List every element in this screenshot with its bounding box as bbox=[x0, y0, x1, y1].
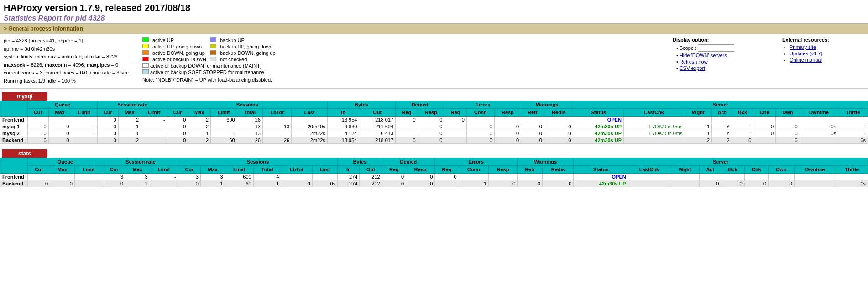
td: 0 bbox=[48, 123, 71, 130]
td: 0 bbox=[406, 173, 435, 180]
td: 0 bbox=[769, 180, 795, 187]
td: - bbox=[211, 123, 237, 130]
external-resources-title: External resources: bbox=[782, 37, 864, 42]
td bbox=[292, 116, 328, 123]
th-warnings2: Warnings bbox=[518, 158, 574, 165]
legend-label: active or backup DOWN bbox=[151, 56, 208, 63]
td bbox=[141, 137, 167, 143]
td: 13 bbox=[237, 130, 262, 137]
legend-label: not checked bbox=[218, 56, 277, 63]
td bbox=[521, 116, 544, 123]
td bbox=[712, 116, 732, 123]
td: 0 bbox=[50, 180, 75, 187]
th-errors2: Errors bbox=[435, 158, 518, 165]
th-sr-max2: Max bbox=[125, 165, 150, 173]
th-bck: Bck bbox=[732, 108, 753, 116]
maint-color bbox=[142, 63, 149, 68]
scope-label: • Scope : bbox=[676, 45, 698, 51]
th-chk: Chk bbox=[753, 108, 776, 116]
updates-item: Updates (v1.7) bbox=[790, 51, 864, 56]
td: 9 830 bbox=[327, 123, 359, 130]
updates-link[interactable]: Updates (v1.7) bbox=[790, 51, 822, 56]
td: 0 bbox=[97, 116, 118, 123]
th-lastchk2: LastChk bbox=[628, 165, 670, 173]
td bbox=[753, 137, 776, 143]
th-s-lbtot2: LbTot bbox=[281, 165, 312, 173]
td bbox=[444, 130, 467, 137]
td bbox=[74, 180, 103, 187]
refresh-now-link[interactable]: Refresh now bbox=[680, 59, 708, 64]
td: 0s bbox=[836, 180, 868, 187]
th-s-max2: Max bbox=[200, 165, 225, 173]
pid-info: pid = 4328 (process #1, nbproc = 1) bbox=[4, 37, 131, 45]
th-lastchk: LastChk bbox=[624, 108, 685, 116]
th-act: Act bbox=[712, 108, 732, 116]
th-s-max: Max bbox=[188, 108, 211, 116]
stats-frontend-status: OPEN bbox=[574, 173, 628, 180]
td: - bbox=[71, 130, 98, 137]
td bbox=[444, 137, 467, 143]
td: - bbox=[838, 130, 868, 137]
th-s-total2: Total bbox=[253, 165, 281, 173]
general-info-panel: pid = 4328 (process #1, nbproc = 1) upti… bbox=[0, 34, 868, 89]
current-conns: current conns = 3; current pipes = 0/0; … bbox=[4, 69, 131, 77]
online-manual-link[interactable]: Online manual bbox=[790, 57, 822, 63]
td: 0 bbox=[466, 130, 494, 137]
th-chk2: Chk bbox=[744, 165, 768, 173]
td: 3 bbox=[125, 173, 150, 180]
th-server: Server bbox=[573, 101, 868, 108]
hide-down-link[interactable]: Hide 'DOWN' servers bbox=[680, 53, 727, 58]
primary-site-link[interactable]: Primary site bbox=[790, 44, 816, 50]
th-queue: Queue bbox=[28, 101, 98, 108]
td: 218 017 bbox=[359, 137, 396, 143]
td: 2 bbox=[118, 116, 141, 123]
td: 0 bbox=[542, 180, 574, 187]
td: 211 604 bbox=[359, 123, 396, 130]
th-server2: Server bbox=[574, 158, 868, 165]
td: 0 bbox=[732, 137, 753, 143]
td: 3 bbox=[178, 173, 200, 180]
scope-input[interactable] bbox=[698, 44, 734, 52]
td: Y bbox=[712, 130, 732, 137]
th-queue2: Queue bbox=[28, 158, 103, 165]
th-sessions2: Sessions bbox=[178, 158, 337, 165]
stats-frontend-row: Frontend 33- 336004 274212 00 0 OPEN bbox=[0, 173, 868, 180]
primary-site-item: Primary site bbox=[790, 44, 864, 50]
td bbox=[776, 116, 800, 123]
th-dwn: Dwn bbox=[776, 108, 800, 116]
td bbox=[262, 116, 291, 123]
td: 0s bbox=[312, 180, 338, 187]
td bbox=[624, 116, 685, 123]
td: 0 bbox=[521, 130, 544, 137]
td: 0 bbox=[178, 180, 200, 187]
legend-item bbox=[208, 50, 218, 56]
th-b-out: Out bbox=[359, 108, 396, 116]
td: 3 bbox=[200, 173, 225, 180]
td: 0 bbox=[418, 116, 444, 123]
legend-item: active or backup SOFT STOPPED for mainte… bbox=[141, 69, 277, 75]
td: 1 bbox=[253, 180, 281, 187]
td: 0 bbox=[406, 180, 435, 187]
th-e-resp2: Resp bbox=[489, 165, 518, 173]
display-options-list: • Scope : • Hide 'DOWN' servers • Refres… bbox=[673, 44, 773, 71]
td bbox=[141, 130, 167, 137]
td bbox=[489, 173, 518, 180]
softstop-color bbox=[142, 69, 149, 74]
mysql-frontend-row: Frontend 02- 0260026 13 954218 017 00 0 … bbox=[0, 116, 868, 123]
td: 0 bbox=[521, 137, 544, 143]
td: 0s bbox=[800, 130, 838, 137]
th-s-limit: Limit bbox=[211, 108, 237, 116]
td bbox=[50, 173, 75, 180]
td: 0s bbox=[800, 123, 838, 130]
legend-note: Note: "NOLB"/"DRAIN" = UP with load-bala… bbox=[141, 75, 277, 83]
th-session-rate2: Session rate bbox=[103, 158, 178, 165]
th-dwn2: Dwn bbox=[769, 165, 795, 173]
csv-export-link[interactable]: CSV export bbox=[680, 65, 705, 71]
td bbox=[670, 173, 700, 180]
mysql1-row: mysql1 00- 01 02-131320m40s 9 830211 604… bbox=[0, 123, 868, 130]
td: 0 bbox=[466, 123, 494, 130]
general-info-section-header[interactable]: General process information bbox=[0, 23, 868, 34]
page-header: HAProxy version 1.7.9, released 2017/08/… bbox=[0, 0, 868, 23]
td bbox=[28, 116, 49, 123]
td bbox=[544, 116, 573, 123]
